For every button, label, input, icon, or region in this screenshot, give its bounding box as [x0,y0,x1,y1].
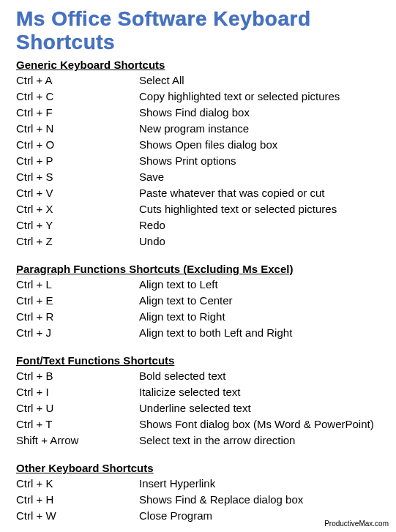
shortcut-row: Ctrl + YRedo [16,217,380,233]
shortcut-key: Ctrl + U [16,400,139,416]
shortcut-description: Shows Find & Replace dialog box [139,492,380,508]
shortcut-row: Ctrl + ZUndo [16,233,380,250]
shortcut-key: Ctrl + Z [16,233,139,250]
shortcut-key: Ctrl + X [16,201,139,217]
shortcut-description: Shows Font dialog box (Ms Word & PowerPo… [139,416,380,432]
shortcut-description: Redo [139,217,380,233]
section-heading: Other Keyboard Shortcuts [16,462,380,474]
shortcut-key: Ctrl + R [16,309,139,325]
shortcut-key: Ctrl + N [16,121,139,137]
shortcut-key: Ctrl + E [16,293,139,309]
shortcut-description: Copy highlighted text or selected pictur… [139,89,380,105]
shortcut-key: Ctrl + L [16,277,139,293]
shortcut-row: Ctrl + JAlign text to both Left and Righ… [16,325,380,341]
shortcut-key: Ctrl + C [16,89,139,105]
shortcut-row: Ctrl + OShows Open files dialog box [16,137,380,153]
shortcut-description: Align text to Center [139,293,380,309]
shortcut-key: Ctrl + V [16,185,139,201]
shortcut-row: Ctrl + BBold selected text [16,368,380,384]
shortcut-row: Shift + ArrowSelect text in the arrow di… [16,432,380,449]
section-heading: Generic Keyboard Shortcuts [16,59,380,71]
shortcut-row: Ctrl + PShows Print options [16,153,380,169]
shortcut-description: Shows Open files dialog box [139,137,380,153]
shortcut-row: Ctrl + ASelect All [16,72,380,89]
shortcut-row: Ctrl + TShows Font dialog box (Ms Word &… [16,416,380,432]
shortcut-row: Ctrl + EAlign text to Center [16,293,380,309]
shortcut-key: Ctrl + F [16,105,139,121]
shortcut-key: Ctrl + O [16,137,139,153]
shortcut-description: New program instance [139,121,380,137]
shortcut-key: Shift + Arrow [16,432,139,449]
shortcut-description: Save [139,169,380,185]
section-heading: Font/Text Functions Shortcuts [16,354,380,367]
shortcut-row: Ctrl + LAlign text to Left [16,277,380,293]
shortcut-key: Ctrl + K [16,476,139,492]
shortcut-row: Ctrl + CCopy highlighted text or selecte… [16,89,380,105]
shortcut-row: Ctrl + NNew program instance [16,121,380,137]
shortcut-description: Align text to both Left and Right [139,325,380,341]
shortcut-row: Ctrl + HShows Find & Replace dialog box [16,492,380,508]
shortcut-row: Ctrl + FShows Find dialog box [16,105,380,121]
shortcut-key: Ctrl + T [16,416,139,432]
shortcut-key: Ctrl + B [16,368,139,384]
shortcut-key: Ctrl + W [16,508,139,524]
shortcut-row: Ctrl + VPaste whatever that was copied o… [16,185,380,201]
shortcut-row: Ctrl + RAlign text to Right [16,309,380,325]
page-title: Ms Office Software Keyboard Shortcuts [16,7,380,54]
shortcut-key: Ctrl + Y [16,217,139,233]
shortcut-description: Bold selected text [139,368,380,384]
shortcut-description: Align text to Right [139,309,380,325]
shortcut-key: Ctrl + I [16,384,139,400]
shortcut-description: Shows Find dialog box [139,105,380,121]
shortcut-row: Ctrl + XCuts highlighted text or selecte… [16,201,380,217]
shortcut-description: Paste whatever that was copied or cut [139,185,380,201]
shortcut-description: Undo [139,233,380,250]
shortcut-description: Shows Print options [139,153,380,169]
shortcut-row: Ctrl + IItalicize selected text [16,384,380,400]
content-container: Generic Keyboard ShortcutsCtrl + ASelect… [16,59,380,524]
shortcut-key: Ctrl + J [16,325,139,341]
shortcut-description: Select All [139,72,380,89]
shortcut-row: Ctrl + KInsert Hyperlink [16,476,380,492]
footer-credit: ProductiveMax.com [324,520,389,528]
shortcut-description: Underline selected text [139,400,380,416]
shortcut-description: Insert Hyperlink [139,476,380,492]
shortcut-description: Cuts highlighted text or selected pictur… [139,201,380,217]
shortcut-row: Ctrl + UUnderline selected text [16,400,380,416]
shortcut-key: Ctrl + S [16,169,139,185]
shortcut-description: Select text in the arrow direction [139,432,380,449]
shortcut-row: Ctrl + SSave [16,169,380,185]
shortcut-key: Ctrl + A [16,72,139,89]
shortcut-key: Ctrl + H [16,492,139,508]
shortcut-key: Ctrl + P [16,153,139,169]
section-heading: Paragraph Functions Shortcuts (Excluding… [16,263,380,275]
shortcut-description: Align text to Left [139,277,380,293]
shortcut-description: Italicize selected text [139,384,380,400]
